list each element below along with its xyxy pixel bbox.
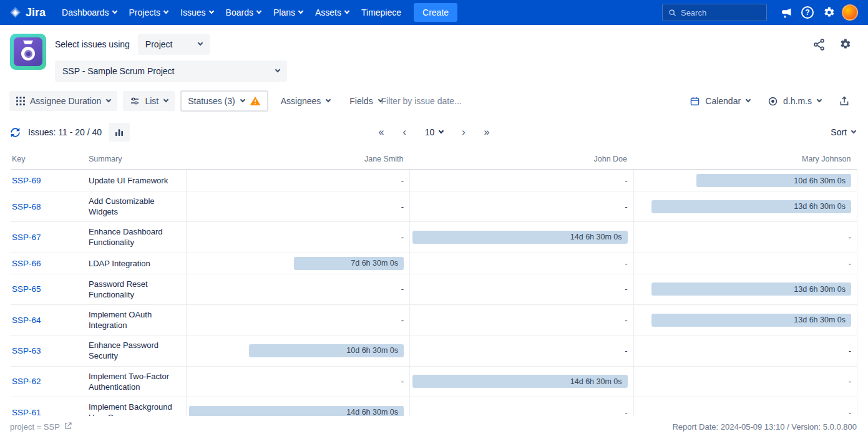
pager: « ‹ 10 › »: [378, 127, 489, 138]
user-avatar[interactable]: [839, 2, 861, 23]
duration-empty: -: [186, 222, 410, 253]
table-row: SSP-66LDAP Integration7d 6h 30m 0s--: [11, 253, 857, 274]
camera-lens-shape: [21, 47, 35, 60]
export-icon: [839, 95, 850, 107]
help-button[interactable]: ?: [797, 2, 818, 23]
issue-summary: Add Customizable Widgets: [87, 191, 186, 222]
calendar-label: Calendar: [705, 96, 741, 106]
header-actions: [812, 34, 857, 51]
duration-empty: -: [633, 366, 857, 397]
table-row: SSP-67Enhance Dashboard Functionality-14…: [11, 222, 857, 253]
pagination-row: Issues: 11 - 20 / 40 « ‹ 10 › » Sort: [0, 118, 868, 147]
nav-item-timepiece[interactable]: Timepiece: [355, 0, 407, 25]
first-page-button[interactable]: «: [378, 127, 384, 138]
chevron-down-icon: [208, 9, 213, 14]
issue-key-link[interactable]: SSP-68: [12, 202, 41, 211]
nav-item-dashboards[interactable]: Dashboards: [56, 0, 123, 25]
issue-key-link[interactable]: SSP-65: [12, 284, 41, 294]
duration-empty: -: [186, 274, 410, 304]
chevron-down-icon: [163, 97, 168, 102]
timepiece-app-icon-inner: [14, 37, 42, 66]
share-icon[interactable]: [812, 38, 826, 51]
announcement-button[interactable]: [776, 2, 797, 23]
chevron-down-icon: [240, 97, 245, 102]
project-value: SSP - Sample Scrum Project: [62, 66, 174, 76]
footer-query-group: project = SSP: [10, 422, 72, 432]
search-input[interactable]: [681, 8, 761, 17]
next-page-button[interactable]: ›: [462, 127, 465, 138]
assignees-filter-button[interactable]: Assignees: [274, 91, 338, 111]
report-info-text: Report Date: 2024-05-09 13:10 / Version:…: [672, 422, 857, 432]
issue-date-filter-input[interactable]: [381, 96, 487, 106]
last-page-button[interactable]: »: [484, 127, 490, 138]
nav-item-label: Assets: [315, 7, 341, 17]
duration-empty: -: [186, 170, 410, 191]
issue-key-link[interactable]: SSP-69: [12, 176, 41, 185]
duration-empty: -: [186, 366, 410, 397]
issue-summary: LDAP Integration: [87, 253, 186, 274]
assignees-label: Assignees: [281, 96, 321, 106]
page-size-value: 10: [425, 127, 435, 137]
statuses-label: Statuses (3): [188, 96, 235, 106]
chevron-down-icon: [817, 97, 822, 102]
duration-empty: -: [633, 253, 857, 274]
duration-empty: -: [410, 170, 634, 191]
create-button[interactable]: Create: [414, 3, 457, 22]
table-row: SSP-68Add Customizable Widgets--13d 6h 3…: [11, 191, 857, 222]
settings-button[interactable]: [818, 2, 839, 23]
view-mode-label: List: [145, 96, 158, 106]
project-select[interactable]: SSP - Sample Scrum Project: [55, 60, 287, 82]
column-header-summary: Summary: [87, 149, 186, 170]
duration-bar: 10d 6h 30m 0s: [696, 174, 851, 187]
prev-page-button[interactable]: ‹: [402, 127, 406, 138]
report-type-button[interactable]: Assignee Duration: [9, 91, 117, 111]
export-button[interactable]: [832, 90, 857, 112]
jira-logo[interactable]: Jira: [9, 6, 56, 19]
global-search[interactable]: [662, 4, 767, 21]
sort-button[interactable]: Sort: [831, 127, 856, 137]
refresh-icon[interactable]: [9, 127, 21, 138]
duration-bar: 13d 6h 30m 0s: [651, 200, 851, 213]
issue-key-link[interactable]: SSP-67: [12, 233, 41, 242]
issue-key-link[interactable]: SSP-66: [12, 259, 41, 268]
sort-label: Sort: [831, 127, 847, 137]
issue-key-link[interactable]: SSP-64: [12, 316, 41, 325]
table-row: SSP-62Implement Two-Factor Authenticatio…: [11, 366, 857, 397]
duration-empty: -: [410, 335, 634, 366]
nav-item-assets[interactable]: Assets: [309, 0, 355, 25]
select-issues-label: Select issues using: [55, 39, 130, 49]
report-settings-gear-icon[interactable]: [838, 37, 852, 51]
issue-key-link[interactable]: SSP-62: [12, 377, 41, 386]
page-size-select[interactable]: 10: [425, 127, 444, 137]
search-icon: [668, 8, 676, 17]
issue-source-select[interactable]: Project: [138, 34, 210, 55]
duration-bar: 7d 6h 30m 0s: [294, 257, 404, 270]
calendar-button[interactable]: Calendar: [683, 91, 757, 112]
issue-key-link[interactable]: SSP-63: [12, 346, 41, 355]
chevron-down-icon: [439, 128, 444, 133]
issue-table-body: SSP-69Update UI Framework--10d 6h 30m 0s…: [11, 170, 857, 439]
nav-item-label: Timepiece: [361, 7, 401, 17]
view-mode-button[interactable]: List: [123, 91, 175, 111]
issue-summary: Enhance Password Security: [87, 335, 186, 366]
warning-icon: [250, 95, 261, 107]
column-header-assignee-3: Mary Johnson: [633, 149, 857, 170]
gear-icon: [822, 6, 836, 19]
issue-summary: Enhance Dashboard Functionality: [87, 222, 186, 253]
external-link-icon[interactable]: [64, 422, 72, 432]
nav-item-projects[interactable]: Projects: [123, 0, 175, 25]
fields-label: Fields: [349, 96, 373, 106]
duration-format-button[interactable]: d.h.m.s: [761, 91, 828, 112]
eye-icon: [768, 96, 778, 107]
column-header-assignee-1: Jane Smith: [186, 149, 410, 170]
sliders-icon: [130, 96, 140, 106]
chevron-down-icon: [256, 9, 261, 14]
statuses-filter-button[interactable]: Statuses (3): [180, 90, 268, 112]
chevron-down-icon: [344, 9, 349, 14]
nav-item-boards[interactable]: Boards: [220, 0, 267, 25]
nav-item-issues[interactable]: Issues: [174, 0, 219, 25]
chart-view-button[interactable]: [109, 123, 130, 142]
nav-item-plans[interactable]: Plans: [267, 0, 309, 25]
report-type-label: Assignee Duration: [30, 96, 101, 106]
chevron-down-icon: [851, 128, 856, 133]
